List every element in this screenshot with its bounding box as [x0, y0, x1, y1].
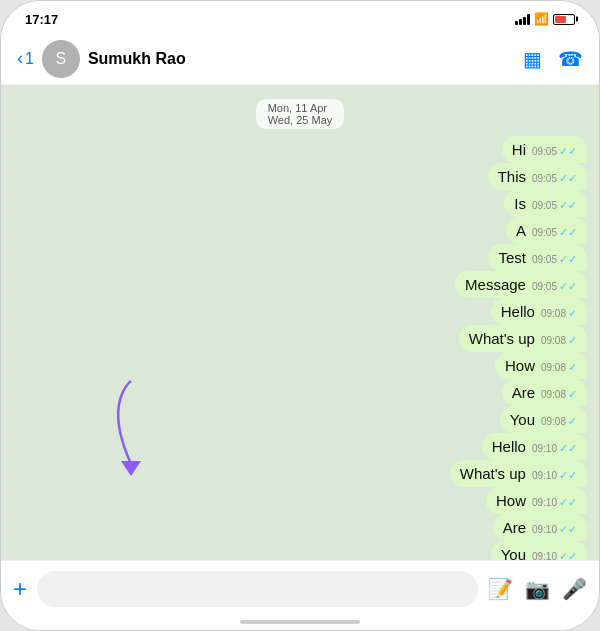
bubble-text: Is	[514, 195, 526, 212]
message-bubble: Test09:05✓✓	[488, 244, 587, 271]
bubble-meta: 09:10✓✓	[532, 523, 577, 536]
bubble-time: 09:08	[541, 416, 566, 427]
bubble-time: 09:10	[532, 443, 557, 454]
status-icons: 📶	[515, 12, 575, 26]
message-row: Hello09:08✓	[13, 298, 587, 325]
check-icon: ✓	[568, 361, 577, 374]
bubble-meta: 09:10✓✓	[532, 550, 577, 560]
video-call-icon[interactable]: ▦	[523, 47, 542, 71]
bubble-text: You	[510, 411, 535, 428]
header-actions: ▦ ☎	[523, 47, 583, 71]
back-count: 1	[25, 50, 34, 68]
bubble-text: Are	[512, 384, 535, 401]
message-row: Are09:08✓	[13, 379, 587, 406]
avatar: S	[42, 40, 80, 78]
message-row: What's up09:08✓	[13, 325, 587, 352]
signal-icon	[515, 13, 530, 25]
check-icon: ✓	[568, 388, 577, 401]
bubble-meta: 09:08✓	[541, 307, 577, 320]
bubble-meta: 09:10✓✓	[532, 469, 577, 482]
message-row: Hello09:10✓✓	[13, 433, 587, 460]
message-bubble: How09:08✓	[495, 352, 587, 379]
bubble-text: Are	[503, 519, 526, 536]
bubble-meta: 09:08✓	[541, 415, 577, 428]
bubble-time: 09:05	[532, 146, 557, 157]
check-icon: ✓✓	[559, 550, 577, 560]
bubble-text: What's up	[469, 330, 535, 347]
message-bubble: What's up09:08✓	[459, 325, 587, 352]
status-time: 17:17	[25, 12, 58, 27]
back-chevron-icon: ‹	[17, 48, 23, 69]
bubble-text: How	[496, 492, 526, 509]
phone-icon[interactable]: ☎	[558, 47, 583, 71]
bubble-time: 09:10	[532, 551, 557, 560]
text-input[interactable]	[37, 571, 478, 607]
bubble-text: Hello	[492, 438, 526, 455]
message-bubble: How09:10✓✓	[486, 487, 587, 514]
camera-icon[interactable]: 📷	[525, 577, 550, 601]
message-bubble: Are09:08✓	[502, 379, 587, 406]
check-icon: ✓✓	[559, 172, 577, 185]
check-icon: ✓	[568, 334, 577, 347]
check-icon: ✓✓	[559, 199, 577, 212]
check-icon: ✓✓	[559, 496, 577, 509]
message-bubble: A09:05✓✓	[506, 217, 587, 244]
wifi-icon: 📶	[534, 12, 549, 26]
bubble-meta: 09:05✓✓	[532, 145, 577, 158]
check-icon: ✓✓	[559, 442, 577, 455]
avatar-initial: S	[56, 50, 67, 68]
contact-name: Sumukh Rao	[88, 50, 515, 68]
message-bubble: You09:08✓	[500, 406, 587, 433]
bubble-meta: 09:05✓✓	[532, 199, 577, 212]
bubble-text: How	[505, 357, 535, 374]
message-bubble: Hi09:05✓✓	[502, 136, 587, 163]
bubble-time: 09:05	[532, 173, 557, 184]
bubble-text: Test	[498, 249, 526, 266]
check-icon: ✓✓	[559, 469, 577, 482]
bubble-time: 09:10	[532, 524, 557, 535]
check-icon: ✓	[568, 415, 577, 428]
chat-area: Mon, 11 Apr Wed, 25 May Hi09:05✓✓This09:…	[1, 85, 599, 560]
add-button[interactable]: +	[13, 575, 27, 603]
bubble-time: 09:10	[532, 497, 557, 508]
bubble-time: 09:08	[541, 389, 566, 400]
message-row: Message09:05✓✓	[13, 271, 587, 298]
bubble-time: 09:08	[541, 308, 566, 319]
bubble-text: A	[516, 222, 526, 239]
phone-frame: 17:17 📶 ‹ 1 S Sumukh Rao ▦ ☎	[0, 0, 600, 631]
message-row: Hi09:05✓✓	[13, 136, 587, 163]
bubble-text: Message	[465, 276, 526, 293]
message-bubble: Message09:05✓✓	[455, 271, 587, 298]
back-button[interactable]: ‹ 1	[17, 48, 34, 69]
sticker-icon[interactable]: 📝	[488, 577, 513, 601]
check-icon: ✓✓	[559, 280, 577, 293]
home-indicator	[1, 616, 599, 630]
bubble-meta: 09:05✓✓	[532, 253, 577, 266]
message-row: This09:05✓✓	[13, 163, 587, 190]
mic-icon[interactable]: 🎤	[562, 577, 587, 601]
message-bubble: Is09:05✓✓	[504, 190, 587, 217]
bubble-meta: 09:05✓✓	[532, 226, 577, 239]
message-row: You09:08✓	[13, 406, 587, 433]
bubble-meta: 09:10✓✓	[532, 442, 577, 455]
check-icon: ✓✓	[559, 145, 577, 158]
bubble-meta: 09:05✓✓	[532, 172, 577, 185]
bubble-meta: 09:08✓	[541, 334, 577, 347]
message-bubble: This09:05✓✓	[488, 163, 587, 190]
message-bubble: You09:10✓✓	[491, 541, 587, 560]
input-right-icons: 📝 📷 🎤	[488, 577, 587, 601]
bubble-time: 09:10	[532, 470, 557, 481]
messages-container: Hi09:05✓✓This09:05✓✓Is09:05✓✓A09:05✓✓Tes…	[13, 136, 587, 560]
bubble-text: Hello	[501, 303, 535, 320]
check-icon: ✓✓	[559, 253, 577, 266]
bubble-text: You	[501, 546, 526, 560]
check-icon: ✓✓	[559, 523, 577, 536]
battery-icon	[553, 14, 575, 25]
input-bar: + 📝 📷 🎤	[1, 560, 599, 616]
bubble-time: 09:05	[532, 254, 557, 265]
bubble-time: 09:08	[541, 362, 566, 373]
message-row: Are09:10✓✓	[13, 514, 587, 541]
date-label: Mon, 11 Apr Wed, 25 May	[256, 99, 345, 129]
message-row: Test09:05✓✓	[13, 244, 587, 271]
message-bubble: What's up09:10✓✓	[450, 460, 587, 487]
